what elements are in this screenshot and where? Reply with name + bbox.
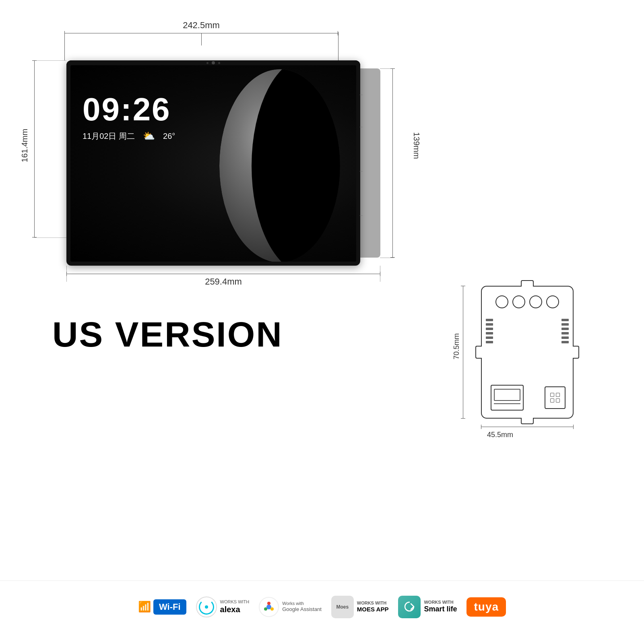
pcb-connector-small bbox=[545, 386, 566, 409]
alexa-label: alexa bbox=[220, 605, 250, 614]
svg-point-1 bbox=[267, 602, 270, 605]
side-button-4: ··· bbox=[359, 213, 363, 218]
pcb-diagram: 70.5mm 45.5mm bbox=[467, 278, 588, 427]
side-button-3: ··· bbox=[359, 169, 363, 173]
pcb-circle-1 bbox=[495, 295, 508, 308]
camera-dot-main bbox=[212, 61, 215, 64]
smartlife-works-label: WORKS WITH bbox=[424, 600, 457, 605]
pcb-width-label: 45.5mm bbox=[487, 431, 513, 439]
right-dim-label: 139mm bbox=[412, 132, 421, 159]
right-vert-dim-line bbox=[392, 68, 393, 258]
google-icon bbox=[259, 597, 279, 617]
tuya-badge: tuya bbox=[466, 597, 506, 617]
smartlife-label: Smart life bbox=[424, 605, 457, 614]
alexa-text: WORKS WITH alexa bbox=[220, 599, 250, 614]
left-vert-dim-line bbox=[34, 60, 35, 237]
pcb-circles bbox=[482, 287, 573, 308]
left-tick-top bbox=[64, 32, 65, 60]
tablet-top-bar bbox=[66, 60, 360, 65]
pcb-circle-3 bbox=[529, 295, 542, 308]
moon-visual bbox=[219, 69, 340, 262]
pcb-connector-rj45 bbox=[491, 385, 524, 411]
bottom-tick-left bbox=[66, 266, 67, 282]
version-label: US VERSION bbox=[52, 314, 283, 355]
pcb-tab-top bbox=[521, 280, 534, 287]
top-dimension: 242.5mm bbox=[64, 20, 338, 45]
weather-icon: ⛅ bbox=[143, 130, 155, 142]
smartlife-logo-item: WORKS WITH Smart life bbox=[398, 596, 457, 618]
moes-works-label: WORKS WITH bbox=[357, 601, 389, 606]
pcb-right-pins bbox=[561, 319, 569, 343]
left-tick-h-top bbox=[34, 60, 66, 61]
moes-text: WORKS WITH MOES APP bbox=[357, 601, 389, 613]
bottom-tick-right bbox=[380, 266, 380, 282]
tablet-body: 09:26 11月02日 周二 ⛅ 26° ··· ··· ··· ··· bbox=[66, 60, 360, 266]
pcb-left-pins bbox=[486, 319, 493, 343]
wifi-signal-icon: 📶 bbox=[138, 601, 151, 613]
wifi-badge: Wi-Fi bbox=[153, 599, 186, 615]
camera-dot-2 bbox=[218, 62, 220, 64]
bottom-dim-wrapper: 259.4mm bbox=[66, 274, 380, 287]
svg-point-3 bbox=[264, 607, 267, 611]
pcb-height-dim bbox=[463, 286, 463, 419]
google-works-label: Works with bbox=[282, 601, 322, 606]
pcb-tab-left bbox=[475, 346, 482, 359]
side-button-2: ··· bbox=[359, 125, 363, 129]
top-dim-label: 242.5mm bbox=[183, 20, 220, 31]
pcb-height-label: 70.5mm bbox=[452, 333, 461, 359]
google-text: Works with Google Assistant bbox=[282, 601, 322, 613]
side-button-1: ··· bbox=[359, 93, 363, 97]
alexa-ring-icon bbox=[196, 597, 217, 617]
svg-point-2 bbox=[270, 607, 274, 611]
top-dim-line bbox=[64, 33, 338, 33]
pcb-circle-2 bbox=[512, 295, 525, 308]
moes-logo-item: Moes WORKS WITH MOES APP bbox=[331, 596, 389, 618]
moes-app-label: MOES APP bbox=[357, 606, 389, 613]
pcb-tab-bottom bbox=[521, 418, 534, 424]
clock-display: 09:26 11月02日 周二 ⛅ 26° bbox=[83, 93, 175, 142]
smartlife-icon bbox=[398, 596, 421, 618]
pcb-tab-right bbox=[573, 346, 579, 359]
clock-info: 11月02日 周二 ⛅ 26° bbox=[83, 130, 175, 142]
wifi-logo-item: 📶 Wi-Fi bbox=[138, 599, 186, 615]
clock-date: 11月02日 周二 bbox=[83, 131, 135, 142]
alexa-logo-item: WORKS WITH alexa bbox=[196, 597, 250, 617]
right-tick-top bbox=[338, 32, 339, 60]
right-h-tick-top bbox=[380, 68, 394, 69]
tuya-logo-item: tuya bbox=[466, 597, 506, 617]
right-h-tick-bottom bbox=[380, 258, 394, 258]
pcb-width-dim bbox=[481, 427, 574, 427]
camera-dot-1 bbox=[206, 62, 208, 64]
left-dim-label: 161.4mm bbox=[20, 129, 29, 162]
google-logo-item: Works with Google Assistant bbox=[259, 597, 322, 617]
moes-icon: Moes bbox=[331, 596, 354, 618]
bottom-dim-label: 259.4mm bbox=[66, 277, 380, 287]
pcb-circle-4 bbox=[546, 295, 559, 308]
tablet-screen[interactable]: 09:26 11月02日 周二 ⛅ 26° bbox=[70, 65, 356, 262]
temp-display: 26° bbox=[163, 132, 175, 141]
pcb-outer bbox=[481, 286, 574, 419]
alexa-works-label: WORKS WITH bbox=[220, 599, 250, 605]
smartlife-text: WORKS WITH Smart life bbox=[424, 600, 457, 614]
left-tick-h-bottom bbox=[34, 237, 66, 238]
google-label: Google Assistant bbox=[282, 606, 322, 613]
clock-time: 09:26 bbox=[83, 93, 175, 126]
logo-bar: 📶 Wi-Fi WORKS WITH alexa Works wi bbox=[0, 580, 644, 633]
